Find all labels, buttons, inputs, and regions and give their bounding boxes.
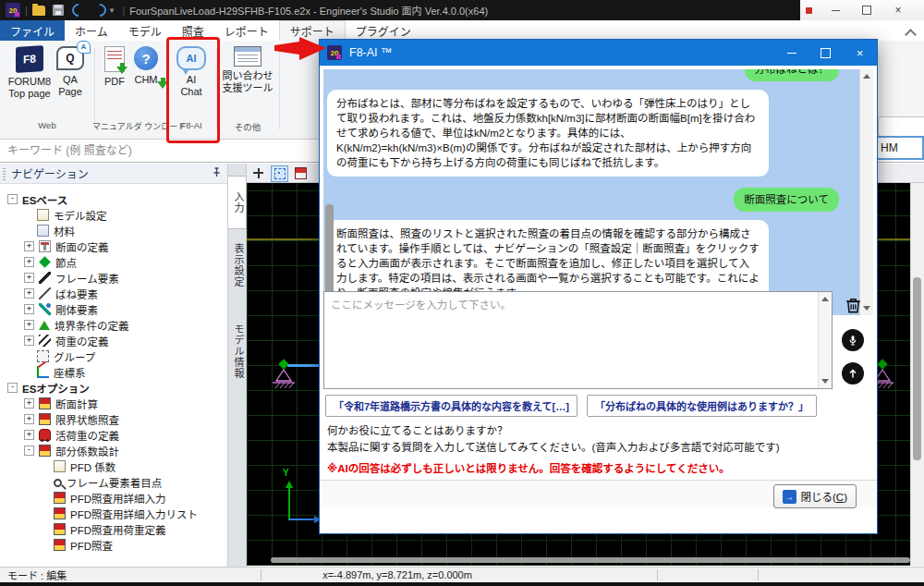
tab-home[interactable]: ホーム bbox=[65, 20, 118, 41]
tree-item-18[interactable]: フレーム要素着目点 bbox=[0, 474, 227, 490]
pin-icon[interactable] bbox=[212, 167, 222, 180]
expand-icon[interactable]: + bbox=[24, 398, 34, 409]
expand-icon[interactable]: + bbox=[24, 257, 34, 267]
tree-item-16[interactable]: -部分係数設計 bbox=[0, 443, 227, 458]
tree-item-14[interactable]: +限界状態照査 bbox=[0, 411, 227, 427]
tree-item-8[interactable]: +境界条件の定義 bbox=[0, 317, 227, 333]
expand-icon[interactable]: + bbox=[24, 288, 34, 299]
button-label: Top page bbox=[6, 88, 54, 100]
side-tab-display-settings[interactable]: 表示設定 bbox=[228, 232, 246, 299]
button-label: 問い合わせ bbox=[218, 70, 277, 82]
model-settings-icon bbox=[37, 209, 49, 221]
send-button[interactable] bbox=[842, 362, 864, 385]
suggestion-button-2[interactable]: 「分布ばねの具体的な使用例はありますか？」 bbox=[587, 395, 817, 417]
annotation-arrow bbox=[274, 36, 328, 62]
scroll-down-arrow[interactable] bbox=[821, 379, 829, 384]
voice-input-button[interactable] bbox=[842, 329, 864, 351]
tree-item-12[interactable]: -ESオプション bbox=[0, 380, 227, 396]
tree-item-22[interactable]: PFD照査 bbox=[0, 537, 227, 553]
tree-item-1[interactable]: モデル設定 bbox=[0, 207, 227, 223]
save-icon[interactable] bbox=[53, 5, 64, 16]
tab-model[interactable]: モデル bbox=[118, 20, 172, 41]
limit-state-check-icon bbox=[39, 413, 51, 425]
view-3d-button[interactable] bbox=[293, 165, 309, 180]
dialog-title-bar[interactable]: 20 F8-AI ™ × bbox=[320, 40, 877, 66]
chat-message-ai: 分布ばねとは、部材に等分布ばねを設定するもので、いわゆる「弾性床上のはり」として… bbox=[327, 90, 769, 177]
drag-handle[interactable] bbox=[3, 167, 6, 180]
suggestion-button-1[interactable]: 「令和7年道路橋示方書の具体的な内容を教えて[…] bbox=[325, 395, 578, 417]
canvas-vertical-scrollbar-thumb[interactable] bbox=[913, 277, 921, 460]
forum8-top-page-button[interactable]: F8 FORUM8 Top page bbox=[6, 46, 54, 100]
collapse-icon[interactable]: - bbox=[7, 194, 18, 204]
undo-icon[interactable] bbox=[69, 1, 88, 19]
f8ai-dialog: 20 F8-AI ™ × 分布ばねとは？分布ばねとは、部材に等分布ばねを設定する… bbox=[319, 39, 878, 534]
quick-access-dropdown-icon[interactable]: ▾ bbox=[110, 6, 115, 15]
expand-icon[interactable]: + bbox=[24, 430, 34, 440]
scroll-up-arrow[interactable] bbox=[821, 297, 829, 301]
tree-item-5[interactable]: +フレーム要素 bbox=[0, 270, 227, 286]
search-button-fragment[interactable] bbox=[878, 116, 924, 137]
zoom-fit-button[interactable] bbox=[271, 165, 288, 182]
qa-page-button[interactable]: Q QA Page bbox=[52, 46, 89, 98]
tree-item-4[interactable]: +節点 bbox=[0, 254, 227, 270]
tree-item-19[interactable]: PFD照査用詳細入力 bbox=[0, 490, 227, 506]
clear-trash-button[interactable] bbox=[845, 297, 862, 318]
expand-icon[interactable]: + bbox=[24, 336, 34, 346]
window-close-button[interactable]: × bbox=[882, 0, 914, 20]
chm-search-button-clipped[interactable]: HM bbox=[876, 136, 924, 160]
window-maximize-button[interactable] bbox=[851, 0, 882, 20]
chat-scrollbar-thumb[interactable] bbox=[325, 204, 334, 302]
message-input-box[interactable]: ここにメッセージを入力して下さい。 bbox=[323, 291, 833, 389]
tree-item-10[interactable]: グループ bbox=[0, 348, 227, 364]
tree-item-7[interactable]: +剛体要素 bbox=[0, 301, 227, 317]
load-definition-icon bbox=[39, 335, 51, 347]
expand-icon[interactable]: + bbox=[24, 304, 34, 314]
expand-icon[interactable]: + bbox=[24, 414, 34, 424]
dialog-maximize-button[interactable] bbox=[808, 40, 843, 66]
dialog-close-button[interactable]: × bbox=[843, 40, 877, 66]
chat-scrollbar[interactable] bbox=[859, 69, 873, 315]
tree-item-15[interactable]: +活荷重の定義 bbox=[0, 427, 227, 443]
dialog-minimize-button[interactable] bbox=[774, 40, 808, 66]
tab-file[interactable]: ファイル bbox=[0, 20, 65, 41]
tree-item-label: モデル設定 bbox=[54, 208, 107, 223]
tree-item-2[interactable]: 材料 bbox=[0, 223, 227, 238]
chm-download-button[interactable]: ? CHM bbox=[128, 46, 164, 86]
tree-item-21[interactable]: PFD照査用荷重定義 bbox=[0, 521, 227, 537]
tree-item-13[interactable]: +断面計算 bbox=[0, 396, 227, 411]
close-button-label: 閉じる(C) bbox=[801, 489, 848, 504]
close-dialog-button[interactable]: → 閉じる(C) bbox=[773, 484, 857, 508]
expand-icon[interactable]: + bbox=[24, 273, 34, 283]
tree-item-label: 節点 bbox=[55, 255, 77, 270]
tree-item-9[interactable]: +荷重の定義 bbox=[0, 333, 227, 348]
tree-item-3[interactable]: +断面の定義 bbox=[0, 238, 227, 254]
window-minimize-button[interactable] bbox=[820, 0, 851, 20]
x-axis-arrow bbox=[289, 519, 315, 520]
tab-plugin[interactable]: プラグイン bbox=[346, 20, 421, 41]
tab-report[interactable]: レポート bbox=[214, 20, 279, 41]
ribbon-group-label-other: その他 bbox=[218, 120, 277, 133]
scroll-up-arrow[interactable] bbox=[863, 74, 870, 79]
open-file-icon[interactable] bbox=[32, 6, 45, 16]
separator: | bbox=[122, 5, 125, 16]
tree-item-17[interactable]: PFD 係数 bbox=[0, 458, 227, 474]
tree-item-6[interactable]: +ばね要素 bbox=[0, 286, 227, 301]
status-bar: モード : 編集 x=-4.897m, y=8.721m, z=0.000m bbox=[0, 567, 924, 582]
message-input-scrollbar[interactable] bbox=[818, 292, 832, 388]
tree-item-11[interactable]: 座標系 bbox=[0, 364, 227, 380]
pan-move-button[interactable] bbox=[250, 165, 266, 180]
tree-item-0[interactable]: -ESベース bbox=[0, 191, 227, 207]
redo-icon[interactable] bbox=[91, 1, 109, 19]
tree-item-label: 部分係数設計 bbox=[55, 444, 119, 458]
expand-icon[interactable]: + bbox=[24, 320, 34, 330]
collapse-icon[interactable]: - bbox=[24, 446, 34, 456]
canvas-horizontal-scrollbar[interactable] bbox=[271, 557, 910, 563]
expand-icon[interactable]: + bbox=[24, 241, 34, 251]
tree-item-20[interactable]: PFD照査用詳細入力リスト bbox=[0, 506, 227, 521]
tree-item-label: PFD照査 bbox=[70, 538, 113, 553]
collapse-icon[interactable]: - bbox=[7, 383, 18, 393]
side-tab-model-info[interactable]: モデル情報 bbox=[228, 311, 246, 391]
inquiry-support-tool-button[interactable]: 問い合わせ 支援ツール bbox=[218, 46, 277, 94]
side-tab-input[interactable]: 入力 bbox=[228, 176, 247, 229]
annotation-highlight-box bbox=[166, 37, 220, 143]
